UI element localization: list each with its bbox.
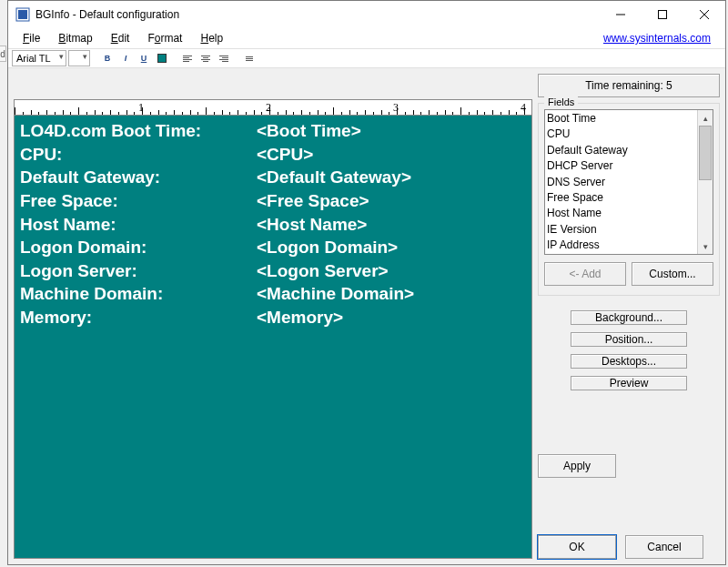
field-placeholder: <Default Gateway> <box>257 166 411 189</box>
fields-item[interactable]: DNS Server <box>547 175 711 190</box>
scroll-thumb[interactable] <box>699 126 712 180</box>
time-remaining: Time remaining: 5 <box>538 74 720 97</box>
align-center-button[interactable] <box>197 50 214 66</box>
desktops-button[interactable]: Desktops... <box>571 354 687 369</box>
scroll-up-icon[interactable]: ▴ <box>698 110 713 126</box>
field-label: CPU: <box>20 143 257 167</box>
field-label: Logon Domain: <box>20 236 257 259</box>
fields-group: Fields Boot TimeCPUDefault GatewayDHCP S… <box>538 103 720 296</box>
field-label: Host Name: <box>20 213 257 237</box>
italic-button[interactable]: I <box>117 50 134 66</box>
fields-item[interactable]: Free Space <box>547 190 711 206</box>
ok-button[interactable]: OK <box>538 535 616 559</box>
editor-row: CPU:<CPU> <box>20 143 526 167</box>
editor-row: Memory:<Memory> <box>20 306 526 329</box>
field-label: Machine Domain: <box>20 282 257 306</box>
bullets-button[interactable] <box>241 50 258 66</box>
svg-rect-1 <box>18 10 27 19</box>
fields-item[interactable]: CPU <box>547 127 711 142</box>
field-label: Default Gateway: <box>20 166 257 189</box>
left-flap: d <box>0 46 6 62</box>
menu-format[interactable]: Format <box>138 30 191 46</box>
fields-item[interactable]: Default Gateway <box>547 143 711 158</box>
menu-file[interactable]: File <box>14 30 49 46</box>
preview-button[interactable]: Preview <box>571 376 687 390</box>
font-name-value: Arial TL <box>16 53 51 64</box>
scroll-track[interactable] <box>698 126 713 238</box>
underline-button[interactable]: U <box>136 50 152 66</box>
position-button[interactable]: Position... <box>571 332 687 347</box>
editor-row: Logon Server:<Logon Server> <box>20 259 526 283</box>
color-button[interactable] <box>154 50 170 66</box>
background-button[interactable]: Background... <box>571 310 687 325</box>
fields-item[interactable]: IP Address <box>547 238 711 253</box>
field-placeholder: <CPU> <box>257 143 313 167</box>
titlebar: BGInfo - Default configuration <box>8 1 725 28</box>
sysinternals-link[interactable]: www.sysinternals.com <box>603 32 711 45</box>
editor-row: Machine Domain:<Machine Domain> <box>20 282 526 306</box>
fields-legend: Fields <box>544 96 578 107</box>
editor-row: Logon Domain:<Logon Domain> <box>20 236 526 259</box>
app-icon <box>15 7 30 22</box>
apply-button[interactable]: Apply <box>538 454 616 478</box>
bold-button[interactable]: B <box>99 50 116 66</box>
field-label: Free Space: <box>20 189 257 213</box>
field-placeholder: <Machine Domain> <box>257 282 414 306</box>
body-area: 1234 LO4D.com Boot Time:<Boot Time>CPU:<… <box>8 68 725 564</box>
field-placeholder: <Free Space> <box>257 189 369 213</box>
field-placeholder: <Logon Server> <box>257 259 389 283</box>
menu-help[interactable]: Help <box>191 30 232 46</box>
add-button[interactable]: <- Add <box>544 262 626 286</box>
editor-row: Host Name:<Host Name> <box>20 213 526 237</box>
fields-item[interactable]: DHCP Server <box>547 158 711 174</box>
menu-bitmap[interactable]: Bitmap <box>49 30 101 46</box>
editor-column: 1234 LO4D.com Boot Time:<Boot Time>CPU:<… <box>14 74 532 559</box>
field-label: Memory: <box>20 306 257 329</box>
custom-button[interactable]: Custom... <box>632 262 713 286</box>
font-name-combo[interactable]: Arial TL <box>12 50 66 66</box>
font-size-combo[interactable] <box>68 50 90 66</box>
cancel-button[interactable]: Cancel <box>625 535 703 559</box>
toolbar: Arial TL B I U <box>8 48 725 68</box>
align-left-button[interactable] <box>179 50 196 66</box>
svg-rect-2 <box>659 11 667 19</box>
window-title: BGInfo - Default configuration <box>35 8 179 21</box>
scroll-down-icon[interactable]: ▾ <box>698 238 713 254</box>
editor-canvas[interactable]: LO4D.com Boot Time:<Boot Time>CPU:<CPU>D… <box>14 116 532 559</box>
menu-edit[interactable]: Edit <box>102 30 139 46</box>
align-right-button[interactable] <box>216 50 232 66</box>
field-placeholder: <Boot Time> <box>257 119 361 143</box>
field-placeholder: <Memory> <box>257 306 343 329</box>
fields-item[interactable]: IE Version <box>547 222 711 238</box>
field-label: LO4D.com Boot Time: <box>20 119 257 143</box>
ruler[interactable]: 1234 <box>14 99 532 116</box>
close-button[interactable] <box>683 1 725 28</box>
field-placeholder: <Host Name> <box>257 213 367 237</box>
app-window: BGInfo - Default configuration File Bitm… <box>7 0 726 565</box>
fields-list[interactable]: Boot TimeCPUDefault GatewayDHCP ServerDN… <box>544 109 713 255</box>
minimize-button[interactable] <box>600 1 642 28</box>
fields-item[interactable]: Boot Time <box>547 111 711 127</box>
field-placeholder: <Logon Domain> <box>257 236 398 259</box>
editor-row: LO4D.com Boot Time:<Boot Time> <box>20 119 526 143</box>
editor-row: Free Space:<Free Space> <box>20 189 526 213</box>
fields-scrollbar[interactable]: ▴ ▾ <box>697 110 713 254</box>
right-column: Time remaining: 5 Fields Boot TimeCPUDef… <box>538 74 720 559</box>
menubar: File Bitmap Edit Format Help www.sysinte… <box>8 28 725 48</box>
fields-item[interactable]: Host Name <box>547 206 711 221</box>
editor-row: Default Gateway:<Default Gateway> <box>20 166 526 189</box>
maximize-button[interactable] <box>642 1 683 28</box>
field-label: Logon Server: <box>20 259 257 283</box>
